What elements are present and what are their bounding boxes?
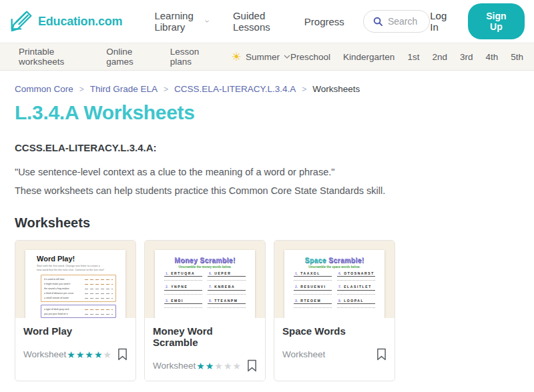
card-type-label: Worksheet <box>23 349 67 359</box>
subnav-lesson-plans[interactable]: Lesson plans <box>170 47 216 67</box>
top-header: Education.com Learning Library Guided Le… <box>0 0 534 43</box>
grade-1st[interactable]: 1st <box>407 52 419 62</box>
bookmark-icon[interactable] <box>247 359 257 372</box>
worksheet-card-space-words[interactable]: Space Scramble! Unscramble the space wor… <box>274 240 395 381</box>
chevron-down-icon <box>205 19 209 23</box>
breadcrumb-standard[interactable]: CCSS.ELA-LITERACY.L.3.4.A <box>174 84 296 94</box>
nav-guided-lessons[interactable]: Guided Lessons <box>233 10 280 33</box>
star-rating: ★★★★★ <box>67 350 111 359</box>
answer-blanks <box>85 292 113 294</box>
secondary-nav: Printable worksheets Online games Lesson… <box>0 43 534 71</box>
search-icon <box>373 17 383 27</box>
answer-blanks <box>85 287 113 289</box>
subnav-summer[interactable]: ☀ Summer <box>232 51 290 63</box>
worksheet-thumbnail: Money Scramble! Unscramble the money wor… <box>145 241 265 318</box>
main-nav: Learning Library Guided Lessons Progress <box>154 10 344 33</box>
sun-icon: ☀ <box>232 51 242 63</box>
thumb-heading: Money Scramble! <box>159 256 251 264</box>
grade-links: Preschool Kindergarten 1st 2nd 3rd 4th 5… <box>290 52 523 62</box>
search-placeholder: Search <box>388 16 417 27</box>
worksheet-grid: Word Play! Start with the first word. Ch… <box>15 240 395 381</box>
subnav-printable-worksheets[interactable]: Printable worksheets <box>19 47 90 67</box>
star-rating: ★★★★★ <box>196 361 241 371</box>
answer-blanks <box>85 297 113 299</box>
answer-blanks <box>85 283 113 285</box>
scramble-word-list: 1.ERTUQRA 6.UEPER 2.YNPNE 7.KNREBA 3.EMD… <box>159 269 251 313</box>
worksheet-card-word-play[interactable]: Word Play! Start with the first word. Ch… <box>15 240 136 381</box>
nav-progress[interactable]: Progress <box>304 16 344 27</box>
scramble-word-list: 1.TAAXGL 6.OTOSNARST 2.RESUENVI 7.ELASIT… <box>288 269 380 313</box>
grade-5th[interactable]: 5th <box>511 52 523 62</box>
bookmark-icon[interactable] <box>376 348 386 361</box>
breadcrumb-separator: > <box>164 85 168 94</box>
chevron-down-icon <box>284 55 290 59</box>
bookmark-icon[interactable] <box>117 348 127 361</box>
breadcrumb-current: Worksheets <box>312 84 360 94</box>
signup-button[interactable]: Sign Up <box>468 3 525 39</box>
page-title: L.3.4.A Worksheets <box>15 101 534 124</box>
word-ladder-box: it's used to tell time it might make you… <box>41 275 116 302</box>
breadcrumb-common-core[interactable]: Common Core <box>15 84 73 94</box>
word-ladder-box: a type of dark gray rock you put your fo… <box>41 305 116 318</box>
answer-blanks <box>85 313 113 315</box>
breadcrumb-separator: > <box>79 85 84 94</box>
card-type-label: Worksheet <box>282 349 370 359</box>
standard-quote: "Use sentence-level context as a clue to… <box>15 167 534 177</box>
breadcrumb: Common Core > Third Grade ELA > CCSS.ELA… <box>15 84 534 94</box>
card-type-label: Worksheet <box>153 361 196 371</box>
thumb-heading: Word Play! <box>37 255 121 263</box>
breadcrumb-third-grade-ela[interactable]: Third Grade ELA <box>90 84 158 94</box>
thumb-heading: Space Scramble! <box>288 256 380 264</box>
nav-learning-library[interactable]: Learning Library <box>154 10 208 33</box>
worksheet-card-money-word-scramble[interactable]: Money Scramble! Unscramble the money wor… <box>144 240 266 381</box>
answer-blanks <box>85 308 113 310</box>
grade-4th[interactable]: 4th <box>485 52 498 62</box>
search-input[interactable]: Search <box>363 10 430 33</box>
standard-description: These worksheets can help students pract… <box>15 185 534 196</box>
grade-preschool[interactable]: Preschool <box>290 52 330 62</box>
education-logo[interactable]: Education.com <box>9 9 122 34</box>
card-title: Space Words <box>282 325 386 337</box>
section-title: Worksheets <box>15 215 534 231</box>
grade-2nd[interactable]: 2nd <box>432 52 447 62</box>
login-button[interactable]: Log In <box>430 10 452 33</box>
subnav-online-games[interactable]: Online games <box>106 47 154 67</box>
pencil-logo-icon <box>9 9 33 34</box>
worksheet-thumbnail: Space Scramble! Unscramble the space wor… <box>274 241 394 318</box>
worksheet-thumbnail: Word Play! Start with the first word. Ch… <box>15 241 136 318</box>
answer-blanks <box>85 278 113 280</box>
card-title: Money Word Scramble <box>153 325 257 348</box>
logo-text: Education.com <box>38 15 122 29</box>
grade-3rd[interactable]: 3rd <box>460 52 473 62</box>
standard-label: CCSS.ELA-LITERACY.L.3.4.A: <box>15 142 534 153</box>
breadcrumb-separator: > <box>302 85 306 94</box>
grade-kindergarten[interactable]: Kindergarten <box>343 52 394 62</box>
card-title: Word Play <box>23 325 127 337</box>
